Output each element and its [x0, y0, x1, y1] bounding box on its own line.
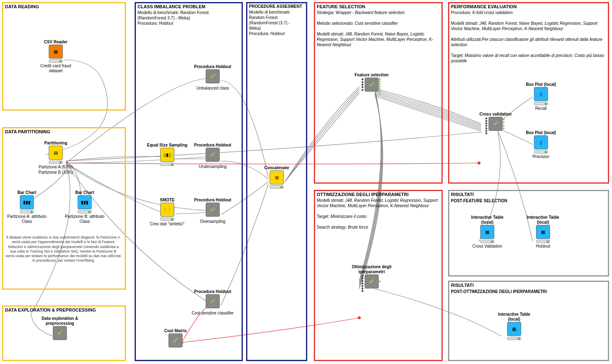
status-ports: [534, 150, 548, 154]
status-ports: [270, 185, 284, 189]
status-ports: [20, 210, 34, 213]
node-smote[interactable]: SMOTE ⋮⋮ Creo dati "sintetici": [145, 197, 190, 227]
status-ports: [160, 163, 174, 166]
node-sub2: Partizione B (33%): [33, 170, 78, 175]
node-procedura-holdout-2[interactable]: Procedura Holdout ✔ Undersampling: [190, 142, 235, 169]
metanode-icon: ✔: [365, 78, 379, 92]
metanode-icon: ✔: [206, 203, 220, 217]
node-boxplot-precision[interactable]: Box Plot (local) ▯ Precision: [518, 130, 564, 159]
table-icon: ▦: [480, 225, 494, 239]
box-title: FEATURE SELECTION: [315, 3, 441, 10]
boxplot-icon: ▯: [534, 135, 548, 149]
box-title: PERFORMANCE EVALUATION: [449, 3, 608, 10]
node-title: Interactive Table (local): [465, 215, 510, 225]
box-desc: Modello di benchmark: Random Forest (Ran…: [136, 10, 242, 26]
box-desc: Strategia: Wrapper - Backward feature se…: [315, 10, 441, 47]
node-title: Cross validation: [467, 112, 524, 117]
boxplot-icon: ▯: [534, 87, 548, 101]
node-csv-reader[interactable]: CSV Reader ▦ Credit card fraud dataset: [33, 39, 78, 73]
concat-icon: ⊞: [270, 170, 284, 184]
node-sub: Cross Validation: [465, 244, 510, 249]
node-procedura-holdout-3[interactable]: Procedura Holdout ✔ Oversampling: [190, 197, 235, 224]
box-title: OTTIMIZZAZIONE DEGLI IPERPARAMETRI: [315, 191, 441, 198]
box-sub: POST-FEATURE SELECTION: [449, 198, 608, 204]
node-itable-post-opt[interactable]: Interactive Table (local) ▦: [491, 312, 537, 341]
node-itable-cv[interactable]: Interactive Table (local) ▦ Cross Valida…: [465, 215, 510, 249]
node-title: Interactive Table (local): [520, 215, 566, 225]
node-title: Bar Chart: [4, 190, 50, 195]
table-icon: ▦: [536, 225, 550, 239]
box-title: RISULTATI: [449, 282, 608, 288]
node-sub: Precision: [518, 154, 564, 159]
node-sub: Credit card fraud dataset: [33, 64, 78, 73]
matrix-icon: ✔: [168, 333, 183, 347]
node-partitioning[interactable]: Partitioning ▤ Partizione A (67%) Partiz…: [33, 140, 78, 175]
node-title: Concatenate: [254, 165, 299, 170]
node-boxplot-recall[interactable]: Box Plot (local) ▯ Recall: [518, 82, 564, 111]
box-title: DATA PARTITIONING: [3, 128, 125, 135]
metanode-icon: ✔: [206, 148, 220, 162]
node-title: Ottimizzazione degli iperparametri: [339, 265, 405, 274]
table-icon: ▦: [507, 322, 521, 336]
node-title: Feature selection: [343, 73, 401, 78]
node-feature-selection[interactable]: Feature selection ✔: [343, 72, 401, 92]
node-cost-matrix[interactable]: Cost Matrix ✔: [153, 328, 198, 347]
status-ports: [536, 240, 550, 243]
bar-chart-icon: ▮▮▮: [78, 195, 92, 209]
sampling-icon: ▯▮▯: [160, 148, 174, 162]
node-sub: Unbalanced class: [190, 86, 235, 91]
node-title: Procedura Holdout: [190, 143, 235, 148]
box-title: RISULTATI: [449, 191, 608, 198]
node-title: Data exploration & preprocessing: [37, 316, 83, 326]
metanode-icon: ✔: [365, 274, 379, 288]
metanode-icon: ✔: [53, 326, 67, 340]
node-cross-validation[interactable]: Cross validation ✔: [467, 111, 524, 131]
box-title: PROCEDURE ASSESMENT: [247, 3, 306, 9]
node-title: Procedura Holdout: [190, 289, 235, 294]
status-ports: [49, 161, 63, 164]
metanode-icon: ✔: [489, 117, 503, 131]
status-ports: [507, 337, 521, 340]
node-equal-size-sampling[interactable]: Equal Size Sampling ▯▮▯: [145, 142, 190, 167]
bar-chart-icon: ▮▮▮: [20, 195, 34, 209]
node-bar-chart-a[interactable]: Bar Chart ▮▮▮ Partizione A: attributo Cl…: [4, 190, 50, 224]
node-bar-chart-b[interactable]: Bar Chart ▮▮▮ Partizione B: attributo Cl…: [62, 190, 107, 224]
node-sub: Partizione A: attributo Class: [4, 214, 50, 224]
node-sub: Cost sensitve classifier: [190, 311, 235, 316]
box-title: CLASS IMBALANCE PROBLEM: [136, 3, 242, 10]
node-title: Cost Matrix: [153, 329, 198, 333]
status-ports: [49, 59, 63, 63]
status-ports: [534, 102, 548, 105]
node-data-exploration[interactable]: Data exploration & preprocessing ✔: [37, 316, 83, 340]
node-title: Partitioning: [33, 141, 78, 146]
status-ports: [160, 217, 174, 221]
node-title: CSV Reader: [33, 40, 78, 45]
metanode-icon: ✔: [206, 69, 220, 83]
box-desc: Modello di benchmark: Random Forest (Ran…: [247, 9, 306, 36]
box-desc: Procedura: K-fold cross validation Model…: [449, 10, 608, 64]
node-title: Box Plot (local): [518, 82, 564, 87]
partition-icon: ▤: [49, 146, 63, 160]
status-ports: [78, 210, 92, 213]
node-sub1: Partizione A (67%): [33, 165, 78, 170]
box-desc: Modelli stimati: J48, Random Forest, Log…: [315, 198, 441, 230]
node-itable-holdout[interactable]: Interactive Table (local) ▦ Holdout: [520, 215, 566, 249]
node-concatenate[interactable]: Concatenate ⊞: [254, 165, 299, 189]
partition-description: Il dataset viene suddiviso in due sottoi…: [5, 235, 121, 263]
node-procedura-holdout-1[interactable]: Procedura Holdout ✔ Unbalanced class: [190, 64, 235, 91]
node-title: SMOTE: [145, 198, 190, 203]
node-sub: Partizione B: attributo Class: [62, 214, 107, 224]
smote-icon: ⋮⋮: [160, 203, 174, 217]
node-procedura-holdout-4[interactable]: Procedura Holdout ✔ Cost sensitve classi…: [190, 289, 235, 316]
box-title: DATA READING: [3, 3, 125, 10]
box-feature-selection: FEATURE SELECTION Strategia: Wrapper - B…: [314, 2, 443, 184]
node-sub: Holdout: [520, 244, 566, 249]
csv-icon: ▦: [49, 45, 63, 59]
box-sub: POST-OTTIMIZZAZIONE DEGLI IPERPARAMETRI: [449, 288, 608, 295]
status-ports: [480, 240, 494, 243]
node-hyperparameter-opt[interactable]: Ottimizzazione degli iperparametri ✔: [339, 264, 405, 288]
node-sub: Recall: [518, 106, 564, 111]
node-title: Bar Chart: [62, 190, 107, 195]
node-title: Procedura Holdout: [190, 198, 235, 203]
node-title: Box Plot (local): [518, 130, 564, 135]
